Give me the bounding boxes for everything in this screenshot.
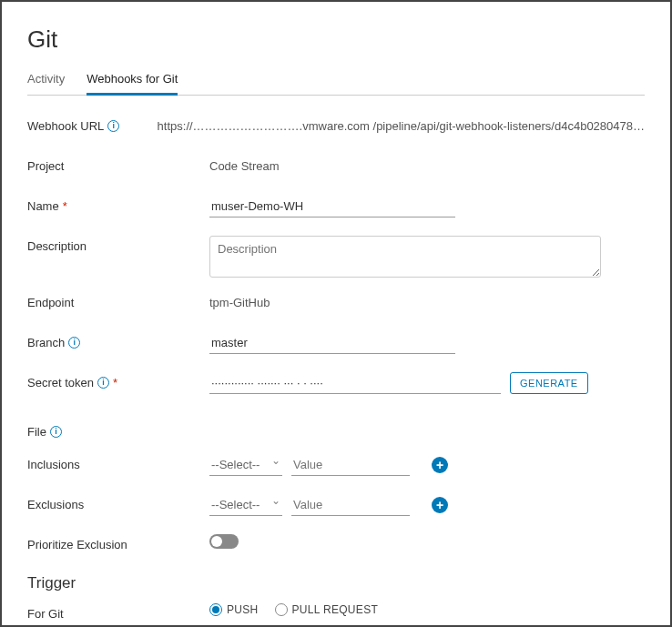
tabs: Activity Webhooks for Git bbox=[27, 66, 645, 96]
prioritize-exclusion-toggle[interactable] bbox=[209, 534, 239, 549]
info-icon[interactable]: i bbox=[97, 377, 109, 389]
label-file: File bbox=[27, 425, 46, 439]
label-prioritize-exclusion: Prioritize Exclusion bbox=[27, 538, 127, 551]
tab-activity[interactable]: Activity bbox=[27, 66, 65, 96]
add-inclusion-icon[interactable]: + bbox=[432, 457, 448, 473]
inclusions-value-input[interactable] bbox=[291, 454, 410, 476]
info-icon[interactable]: i bbox=[107, 120, 119, 132]
radio-push-label: PUSH bbox=[227, 603, 259, 616]
label-branch: Branch bbox=[27, 336, 65, 349]
exclusions-select[interactable] bbox=[209, 494, 282, 516]
radio-icon bbox=[209, 603, 222, 616]
info-icon[interactable]: i bbox=[68, 337, 80, 349]
label-endpoint: Endpoint bbox=[27, 296, 74, 309]
branch-input[interactable] bbox=[209, 332, 455, 354]
webhook-url-value: https://……………………….vmware.com /pipeline/a… bbox=[158, 116, 645, 133]
endpoint-value: tpm-GitHub bbox=[209, 292, 270, 309]
inclusions-select[interactable] bbox=[209, 454, 282, 476]
label-for-git: For Git bbox=[27, 607, 64, 621]
radio-push[interactable]: PUSH bbox=[209, 603, 259, 616]
radio-pull-request[interactable]: PULL REQUEST bbox=[275, 603, 379, 616]
required-marker: * bbox=[63, 199, 67, 213]
exclusions-value-input[interactable] bbox=[291, 494, 410, 516]
page-title: Git bbox=[27, 25, 645, 54]
radio-pull-request-label: PULL REQUEST bbox=[292, 603, 379, 616]
tab-webhooks-for-git[interactable]: Webhooks for Git bbox=[87, 66, 178, 96]
name-input[interactable] bbox=[209, 196, 455, 217]
label-exclusions: Exclusions bbox=[27, 498, 84, 511]
label-webhook-url: Webhook URL bbox=[27, 119, 104, 133]
add-exclusion-icon[interactable]: + bbox=[432, 497, 448, 513]
label-name: Name bbox=[27, 199, 59, 213]
secret-token-input[interactable] bbox=[209, 372, 501, 394]
info-icon[interactable]: i bbox=[50, 426, 62, 438]
project-value: Code Stream bbox=[209, 156, 280, 173]
description-textarea[interactable] bbox=[209, 236, 601, 278]
label-inclusions: Inclusions bbox=[27, 458, 80, 471]
required-marker: * bbox=[113, 376, 117, 389]
label-secret-token: Secret token bbox=[27, 376, 94, 389]
section-trigger: Trigger bbox=[27, 574, 645, 592]
generate-button[interactable]: GENERATE bbox=[510, 372, 588, 394]
radio-icon bbox=[275, 603, 288, 616]
label-description: Description bbox=[27, 239, 87, 253]
label-project: Project bbox=[27, 159, 64, 173]
